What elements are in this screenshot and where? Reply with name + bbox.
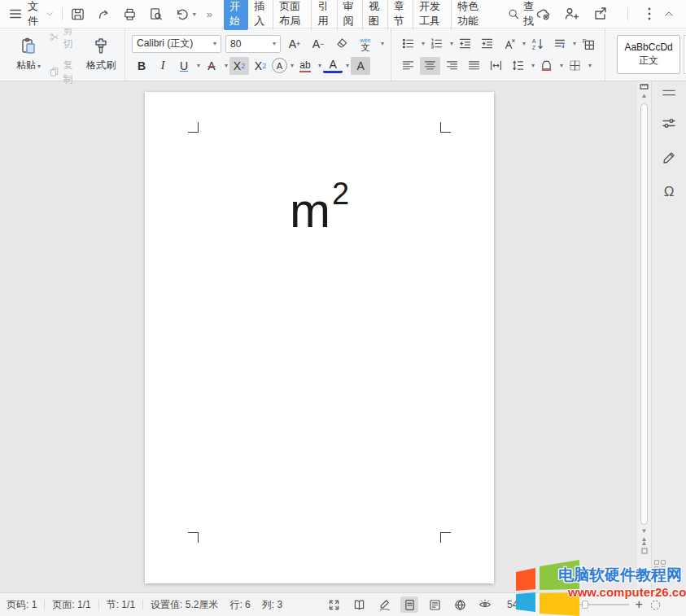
previous-page-button[interactable]: ▲▲ [637,536,651,546]
sidebar-symbol-icon[interactable]: Ω [664,184,675,200]
highlight-color-button[interactable]: ab [295,57,315,75]
subscript-button[interactable]: X2 [251,57,270,75]
main-menu-icon[interactable] [8,7,23,21]
tab-references[interactable]: 引用 [311,0,336,30]
font-size-select[interactable]: 80▾ [225,35,281,53]
italic-button[interactable]: I [153,57,173,75]
tab-section[interactable]: 章节 [387,0,413,30]
justify-icon[interactable] [464,57,484,75]
superscript-button[interactable]: X2 [229,57,249,75]
eye-protection-icon[interactable] [476,596,494,613]
shading-icon[interactable] [536,57,557,75]
align-left-icon[interactable] [398,57,418,75]
tab-special-features[interactable]: 特色功能 [451,0,489,30]
tab-home[interactable]: 开始 [224,0,248,30]
zoom-slider[interactable] [554,604,629,605]
outline-view-icon[interactable] [426,596,443,613]
status-line[interactable]: 行: 6 [229,598,250,612]
cloud-sync-icon[interactable] [535,6,551,22]
fit-page-icon[interactable] [649,599,662,611]
show-marks-icon[interactable] [549,35,570,53]
ink-mode-icon[interactable] [375,596,393,613]
decrease-indent-icon[interactable] [455,35,475,53]
sidebar-menu-icon[interactable] [662,88,676,98]
invite-collaborator-icon[interactable] [563,6,579,22]
underline-button[interactable]: U [174,57,194,75]
align-right-icon[interactable] [442,57,462,75]
export-pdf-icon[interactable] [96,7,111,22]
char-shading-button[interactable]: A [351,57,370,75]
find-button[interactable]: 查找 [507,0,535,28]
web-layout-icon[interactable] [451,596,469,613]
file-menu[interactable]: 文件 [28,0,43,28]
tab-page-layout[interactable]: 页面布局 [273,0,311,30]
zoom-slider-thumb[interactable] [582,601,588,609]
borders-dropdown-icon[interactable]: ▾ [588,62,592,69]
line-spacing-icon[interactable] [508,57,528,75]
save-icon[interactable] [70,7,85,22]
file-menu-chevron-icon[interactable] [45,9,55,19]
more-vertical-icon[interactable] [648,7,651,20]
ruler-toggle-icon[interactable] [637,81,651,91]
increase-font-button[interactable]: A+ [285,35,304,53]
tab-review[interactable]: 审阅 [337,0,362,30]
bold-button[interactable]: B [132,57,151,75]
highlight-dropdown-icon[interactable]: ▾ [318,62,321,69]
zoom-in-button[interactable]: + [636,601,643,609]
format-painter-button[interactable]: 格式刷 [84,31,118,78]
pinyin-guide-button[interactable]: wén 文 [356,35,375,53]
bullet-dropdown-icon[interactable]: ▾ [422,40,425,47]
text-effects-dropdown-icon[interactable]: ▾ [291,62,294,69]
sidebar-pen-icon[interactable] [661,150,677,166]
status-section[interactable]: 节: 1/1 [107,598,135,612]
change-case-dropdown-icon[interactable]: ▾ [522,40,526,47]
zoom-value[interactable]: 54%▾ [507,599,533,610]
increase-indent-icon[interactable] [477,35,497,53]
style-item-normal[interactable]: AaBbCcDd 正文 [617,35,680,74]
strikethrough-dropdown-icon[interactable]: ▾ [225,62,228,69]
more-quick-commands-icon[interactable]: » [207,8,212,20]
document-text[interactable]: m2 [145,177,494,238]
text-effects-button[interactable]: A [272,58,287,73]
sort-icon[interactable]: AZ [527,35,548,53]
fullscreen-icon[interactable] [325,596,343,613]
collapse-ribbon-icon[interactable] [663,8,675,20]
status-column[interactable]: 列: 3 [262,598,282,612]
distribute-icon[interactable] [486,57,506,75]
print-icon[interactable] [122,7,138,22]
document-page[interactable]: m2 [145,92,494,583]
paste-dropdown-icon[interactable]: ▾ [37,63,41,70]
align-center-icon[interactable] [420,57,440,75]
print-layout-icon[interactable] [400,596,418,613]
copy-button[interactable]: 复制 [49,59,81,86]
font-color-button[interactable]: A [323,58,343,73]
font-color-dropdown-icon[interactable]: ▾ [346,62,349,69]
vertical-scrollbar[interactable]: ▲ ▼ ▲▲ [637,81,651,592]
line-spacing-dropdown-icon[interactable]: ▾ [531,62,535,69]
print-preview-icon[interactable] [148,7,164,22]
status-setting-value[interactable]: 设置值: 5.2厘米 [151,598,218,612]
pinyin-dropdown-icon[interactable]: ▾ [381,40,384,47]
change-case-icon[interactable] [499,35,519,53]
show-marks-dropdown-icon[interactable]: ▾ [573,40,576,47]
read-layout-icon[interactable] [350,596,368,613]
numbered-dropdown-icon[interactable]: ▾ [450,40,453,47]
zoom-dropdown-icon[interactable]: ▾ [530,601,533,609]
zoom-out-button[interactable]: − [540,601,547,609]
strikethrough-button[interactable]: A [202,57,221,75]
sidebar-settings-icon[interactable] [661,116,677,132]
tab-insert[interactable]: 插入 [248,0,273,30]
bullet-list-icon[interactable] [398,35,418,53]
tab-view[interactable]: 视图 [362,0,387,30]
share-icon[interactable] [592,6,608,22]
decrease-font-button[interactable]: A− [308,35,328,53]
scrollbar-thumb[interactable] [640,103,648,525]
paste-button[interactable]: 粘贴▾ [11,31,46,78]
status-page-count[interactable]: 页面: 1/1 [52,598,90,612]
borders-icon[interactable] [565,57,585,75]
tab-dev-tools[interactable]: 开发工具 [413,0,451,30]
underline-dropdown-icon[interactable]: ▾ [197,62,200,69]
browse-object-button[interactable] [637,546,651,556]
numbered-list-icon[interactable] [426,35,447,53]
undo-dropdown-icon[interactable]: ▾ [193,11,196,18]
